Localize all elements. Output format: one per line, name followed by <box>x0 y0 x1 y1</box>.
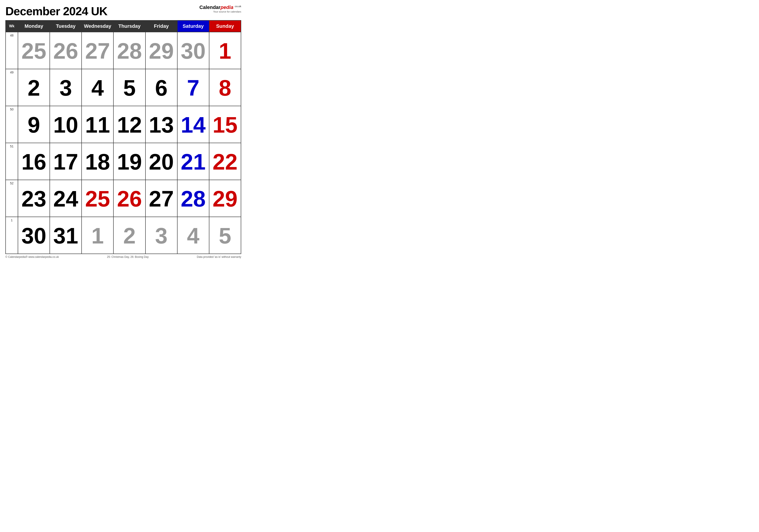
day-cell: 6 <box>145 69 177 106</box>
sunday-header: Sunday <box>209 20 241 32</box>
day-number: 28 <box>115 34 143 68</box>
week-number: 50 <box>6 106 18 143</box>
day-number: 31 <box>52 218 80 253</box>
day-number: 30 <box>179 34 207 68</box>
day-cell: 7 <box>177 69 209 106</box>
day-number: 30 <box>20 218 48 253</box>
week-number: 51 <box>6 143 18 180</box>
day-number: 19 <box>115 144 143 179</box>
day-number: 26 <box>52 34 80 68</box>
day-number: 25 <box>84 181 111 216</box>
calendar-row: 509101112131415 <box>6 106 241 143</box>
day-number: 25 <box>20 34 48 68</box>
day-cell: 8 <box>209 69 241 106</box>
day-number: 27 <box>84 34 111 68</box>
day-cell: 28 <box>113 32 145 69</box>
day-cell: 2 <box>18 69 50 106</box>
day-number: 10 <box>52 107 80 142</box>
day-number: 4 <box>179 218 207 253</box>
calendar-row: 482526272829301 <box>6 32 241 69</box>
day-number: 29 <box>211 181 239 216</box>
day-cell: 29 <box>209 180 241 217</box>
day-number: 14 <box>179 107 207 142</box>
day-number: 7 <box>179 71 207 105</box>
footer-center: 25: Christmas Day, 26: Boxing Day <box>107 255 149 258</box>
day-number: 5 <box>211 218 239 253</box>
day-cell: 24 <box>50 180 82 217</box>
day-number: 24 <box>52 181 80 216</box>
day-cell: 5 <box>113 69 145 106</box>
day-number: 9 <box>20 107 48 142</box>
day-cell: 16 <box>18 143 50 180</box>
calendar-row: 492345678 <box>6 69 241 106</box>
day-number: 1 <box>84 218 111 253</box>
day-cell: 18 <box>82 143 113 180</box>
day-number: 8 <box>211 71 239 105</box>
logo-italic: pedia <box>220 5 233 10</box>
calendar-row: 5116171819202122 <box>6 143 241 180</box>
day-number: 6 <box>147 71 175 105</box>
day-number: 29 <box>147 34 175 68</box>
week-number: 48 <box>6 32 18 69</box>
day-number: 20 <box>147 144 175 179</box>
header-row: Wk Monday Tuesday Wednesday Thursday Fri… <box>6 20 241 32</box>
day-cell: 4 <box>177 217 209 254</box>
day-cell: 3 <box>50 69 82 106</box>
day-cell: 12 <box>113 106 145 143</box>
page-header: December 2024 UK Calendarpedia co.uk You… <box>5 5 241 18</box>
day-cell: 28 <box>177 180 209 217</box>
day-number: 12 <box>115 107 143 142</box>
day-number: 16 <box>20 144 48 179</box>
day-cell: 20 <box>145 143 177 180</box>
day-number: 17 <box>52 144 80 179</box>
day-cell: 1 <box>82 217 113 254</box>
day-cell: 27 <box>82 32 113 69</box>
day-cell: 27 <box>145 180 177 217</box>
day-cell: 26 <box>113 180 145 217</box>
day-number: 13 <box>147 107 175 142</box>
day-cell: 10 <box>50 106 82 143</box>
logo: Calendarpedia co.uk Your source for cale… <box>199 5 241 14</box>
week-number: 1 <box>6 217 18 254</box>
day-number: 3 <box>52 71 80 105</box>
day-cell: 23 <box>18 180 50 217</box>
day-cell: 30 <box>177 32 209 69</box>
saturday-header: Saturday <box>177 20 209 32</box>
friday-header: Friday <box>145 20 177 32</box>
logo-tagline: Your source for calendars <box>199 10 241 13</box>
day-cell: 17 <box>50 143 82 180</box>
day-number: 28 <box>179 181 207 216</box>
day-number: 27 <box>147 181 175 216</box>
calendar-table: Wk Monday Tuesday Wednesday Thursday Fri… <box>5 20 241 254</box>
day-number: 21 <box>179 144 207 179</box>
day-cell: 1 <box>209 32 241 69</box>
calendar-row: 1303112345 <box>6 217 241 254</box>
week-number: 52 <box>6 180 18 217</box>
day-cell: 25 <box>18 32 50 69</box>
day-cell: 26 <box>50 32 82 69</box>
day-cell: 4 <box>82 69 113 106</box>
day-cell: 30 <box>18 217 50 254</box>
day-cell: 5 <box>209 217 241 254</box>
day-number: 1 <box>211 34 239 68</box>
wednesday-header: Wednesday <box>82 20 113 32</box>
thursday-header: Thursday <box>113 20 145 32</box>
week-number: 49 <box>6 69 18 106</box>
page-title: December 2024 UK <box>5 5 107 18</box>
day-cell: 21 <box>177 143 209 180</box>
day-cell: 11 <box>82 106 113 143</box>
day-cell: 13 <box>145 106 177 143</box>
tuesday-header: Tuesday <box>50 20 82 32</box>
day-number: 2 <box>115 218 143 253</box>
day-cell: 25 <box>82 180 113 217</box>
page-footer: © Calendarpedia® www.calendarpedia.co.uk… <box>5 255 241 258</box>
day-cell: 15 <box>209 106 241 143</box>
day-cell: 22 <box>209 143 241 180</box>
day-number: 11 <box>84 107 111 142</box>
day-number: 22 <box>211 144 239 179</box>
day-number: 26 <box>115 181 143 216</box>
day-cell: 2 <box>113 217 145 254</box>
day-number: 5 <box>115 71 143 105</box>
day-cell: 19 <box>113 143 145 180</box>
day-cell: 31 <box>50 217 82 254</box>
